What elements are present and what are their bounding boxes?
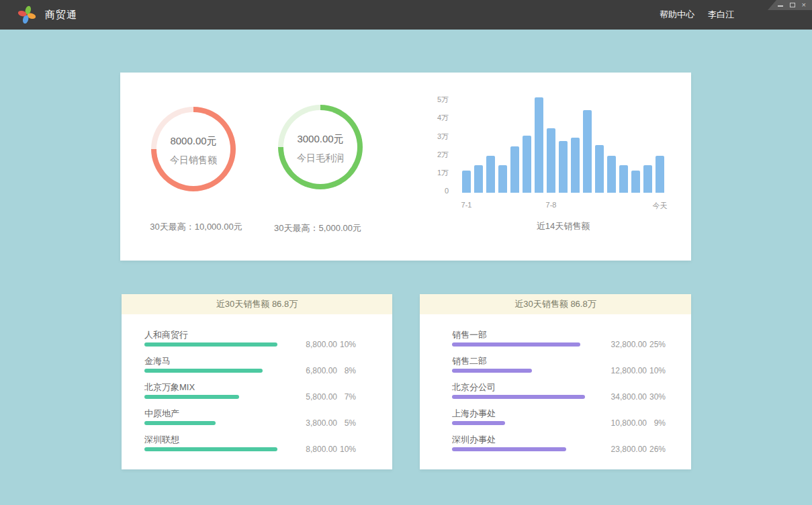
- rank-row-name: 销售二部: [452, 357, 691, 365]
- rank-row-name: 深圳联想: [144, 435, 392, 444]
- today-sales-label: 今日销售额: [170, 154, 217, 167]
- today-profit-label: 今日毛利润: [297, 152, 344, 165]
- minimize-icon[interactable]: [778, 5, 783, 7]
- overview-card: 8000.00元 今日销售额 30天最高：10,000.00元 3000.00元…: [120, 73, 691, 261]
- rank-row-percent: 5%: [337, 418, 356, 428]
- rank-row-percent: 26%: [647, 445, 666, 454]
- rank-row-value: 12,800.0010%: [600, 366, 666, 375]
- today-sales-donut-chart: 8000.00元 今日销售额: [151, 107, 236, 191]
- rank-row-bar: [144, 369, 263, 373]
- customer-ranking-rows: 人和商贸行8,800.0010%金海马6,800.008%北京万象MIX5,80…: [122, 314, 392, 461]
- bar: [498, 165, 507, 193]
- rank-row-bar: [144, 342, 277, 347]
- rank-row-amount: 5,800.00: [290, 392, 337, 402]
- bar: [607, 156, 616, 193]
- rank-row-bar: [144, 447, 277, 451]
- rank-row-value: 10,800.009%: [600, 418, 666, 428]
- list-item: 北京万象MIX5,800.007%: [144, 383, 392, 409]
- rank-row-amount: 10,800.00: [600, 418, 647, 428]
- x-axis-label: 7-1: [452, 201, 482, 209]
- list-item: 上海办事处10,800.009%: [452, 409, 691, 435]
- rank-row-value: 8,800.0010%: [290, 445, 356, 454]
- list-item: 人和商贸行8,800.0010%: [144, 330, 392, 357]
- rank-row-bar: [452, 447, 566, 451]
- app-header: 商贸通 帮助中心 李白江: [0, 0, 812, 30]
- y-axis-tick: 4万: [416, 113, 449, 123]
- bar-chart-title: 近14天销售额: [462, 220, 664, 232]
- rank-row-name: 金海马: [144, 357, 392, 365]
- today-sales-value: 8000.00元: [170, 135, 216, 148]
- nav-item-help-center[interactable]: 帮助中心: [660, 9, 694, 21]
- y-axis-tick: 1万: [416, 168, 449, 178]
- bar: [583, 110, 592, 193]
- rank-row-amount: 8,800.00: [290, 340, 337, 349]
- rank-row-percent: 8%: [337, 366, 356, 375]
- department-ranking-rows: 销售一部32,800.0025%销售二部12,800.0010%北京分公司34,…: [420, 314, 691, 461]
- rank-row-value: 32,800.0025%: [600, 340, 666, 349]
- customer-ranking-title: 近30天销售额 86.8万: [122, 294, 392, 314]
- rank-row-bar: [452, 395, 585, 399]
- rank-row-value: 23,800.0026%: [600, 445, 666, 454]
- rank-row-name: 上海办事处: [452, 409, 691, 418]
- rank-row-percent: 10%: [647, 366, 666, 375]
- bar: [547, 128, 555, 193]
- nav-item-username[interactable]: 李白江: [708, 9, 734, 21]
- list-item: 销售一部32,800.0025%: [452, 330, 691, 357]
- rank-row-percent: 10%: [337, 445, 356, 454]
- maximize-icon[interactable]: [790, 3, 795, 7]
- rank-row-value: 34,800.0030%: [600, 392, 666, 402]
- rank-row-bar: [452, 369, 532, 373]
- department-ranking-title: 近30天销售额 86.8万: [420, 294, 691, 314]
- department-sales-ranking-card: 近30天销售额 86.8万 销售一部32,800.0025%销售二部12,800…: [420, 294, 691, 469]
- bar: [486, 156, 495, 193]
- bar: [559, 141, 568, 193]
- bar: [631, 171, 640, 193]
- sales-14day-bar-chart: 5万4万3万2万1万0 7-17-8今天 近14天销售额: [416, 93, 684, 237]
- today-profit-30day-max: 30天最高：5,000.00元: [244, 222, 392, 234]
- list-item: 金海马6,800.008%: [144, 357, 392, 383]
- today-profit-donut-chart: 3000.00元 今日毛利润: [278, 105, 363, 189]
- list-item: 中原地产3,800.005%: [144, 409, 392, 435]
- app-title: 商贸通: [45, 9, 77, 21]
- rank-row-bar: [452, 342, 580, 347]
- rank-row-value: 8,800.0010%: [290, 340, 356, 349]
- y-axis-tick: 0: [416, 187, 449, 195]
- rank-row-value: 5,800.007%: [290, 392, 356, 402]
- rank-row-bar: [144, 421, 216, 425]
- rank-row-amount: 23,800.00: [600, 445, 647, 454]
- today-sales-donut-center: 8000.00元 今日销售额: [156, 112, 230, 186]
- header-nav: 帮助中心 李白江: [660, 9, 812, 21]
- rank-row-percent: 30%: [647, 392, 666, 402]
- rank-row-value: 6,800.008%: [290, 366, 356, 375]
- pinwheel-logo-icon: [18, 6, 36, 24]
- rank-row-amount: 8,800.00: [290, 445, 337, 454]
- bar: [523, 136, 531, 193]
- x-axis-label: 今天: [645, 201, 675, 211]
- rank-row-percent: 25%: [647, 340, 666, 349]
- rank-row-percent: 9%: [647, 418, 666, 428]
- bar: [619, 165, 628, 193]
- rank-row-name: 中原地产: [144, 409, 392, 418]
- bar: [510, 146, 519, 193]
- bar: [462, 171, 471, 193]
- x-axis-label: 7-8: [537, 201, 566, 209]
- rank-row-value: 3,800.005%: [290, 418, 356, 428]
- close-icon[interactable]: ×: [802, 1, 806, 9]
- bar: [474, 165, 483, 193]
- rank-row-percent: 7%: [337, 392, 356, 402]
- bar: [571, 138, 580, 193]
- rank-row-amount: 12,800.00: [600, 366, 647, 375]
- today-profit-value: 3000.00元: [297, 133, 343, 146]
- rank-row-amount: 6,800.00: [290, 366, 337, 375]
- bar: [643, 165, 652, 193]
- bar: [535, 97, 543, 193]
- list-item: 北京分公司34,800.0030%: [452, 383, 691, 409]
- rank-row-name: 人和商贸行: [144, 330, 392, 339]
- y-axis-tick: 3万: [416, 132, 449, 142]
- rank-row-bar: [452, 421, 505, 425]
- customer-sales-ranking-card: 近30天销售额 86.8万 人和商贸行8,800.0010%金海马6,800.0…: [122, 294, 392, 469]
- rank-row-name: 北京万象MIX: [144, 383, 392, 392]
- list-item: 深圳联想8,800.0010%: [144, 435, 392, 461]
- rank-row-name: 深圳办事处: [452, 435, 691, 444]
- today-profit-donut-center: 3000.00元 今日毛利润: [283, 110, 357, 184]
